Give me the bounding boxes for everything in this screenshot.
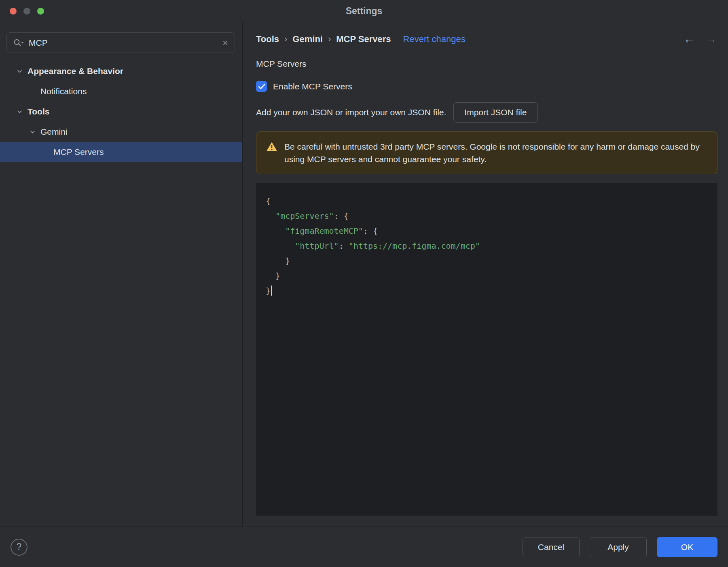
warning-banner: Be careful with untrusted 3rd party MCP … bbox=[256, 131, 717, 174]
code-line: "httpUrl": "https://mcp.figma.com/mcp" bbox=[266, 239, 708, 254]
breadcrumb-item[interactable]: Gemini bbox=[292, 34, 323, 44]
sidebar-item-label: Appearance & Behavior bbox=[28, 66, 123, 76]
sidebar-item-gemini[interactable]: Gemini bbox=[0, 122, 242, 142]
breadcrumb-item[interactable]: MCP Servers bbox=[336, 34, 391, 44]
settings-tree: Appearance & BehaviorNotificationsToolsG… bbox=[0, 61, 242, 162]
window-title: Settings bbox=[346, 6, 383, 17]
breadcrumb-item[interactable]: Tools bbox=[256, 34, 279, 44]
content-area: × Appearance & BehaviorNotificationsTool… bbox=[0, 22, 728, 527]
chevron-down-icon[interactable] bbox=[16, 68, 28, 75]
sidebar-item-mcp-servers[interactable]: MCP Servers bbox=[0, 142, 242, 162]
code-token bbox=[266, 211, 275, 221]
sidebar-item-notifications[interactable]: Notifications bbox=[0, 81, 242, 102]
warning-text: Be careful with untrusted 3rd party MCP … bbox=[284, 140, 707, 165]
code-token: } bbox=[266, 286, 271, 296]
code-token: "httpUrl" bbox=[295, 241, 339, 251]
code-token: "mcpServers" bbox=[275, 211, 334, 221]
code-token: : { bbox=[363, 226, 378, 236]
cancel-button[interactable]: Cancel bbox=[523, 537, 580, 557]
window-controls bbox=[10, 0, 44, 22]
sidebar-item-appearance-behavior[interactable]: Appearance & Behavior bbox=[0, 61, 242, 81]
enable-mcp-label: Enable MCP Servers bbox=[273, 82, 352, 91]
code-token bbox=[266, 241, 295, 251]
section-divider bbox=[314, 64, 717, 64]
footer-bar: ? Cancel Apply OK bbox=[0, 527, 728, 567]
sidebar-item-label: Notifications bbox=[40, 87, 87, 96]
code-token bbox=[266, 226, 285, 236]
revert-changes-link[interactable]: Revert changes bbox=[403, 34, 466, 44]
code-line: "figmaRemoteMCP": { bbox=[266, 224, 708, 239]
chevron-down-icon[interactable] bbox=[16, 108, 28, 115]
check-icon bbox=[258, 84, 265, 89]
minimize-button[interactable] bbox=[23, 8, 30, 15]
code-line: { bbox=[266, 194, 708, 209]
code-line: } bbox=[266, 269, 708, 284]
breadcrumb-row: Tools›Gemini›MCP Servers Revert changes … bbox=[256, 32, 717, 46]
code-token: : bbox=[339, 241, 349, 251]
settings-window: Settings × Appearance & BehaviorNotifica… bbox=[0, 0, 728, 567]
code-line: } bbox=[266, 254, 708, 269]
search-input[interactable] bbox=[29, 38, 218, 48]
breadcrumb-separator: › bbox=[284, 34, 287, 44]
section-title: MCP Servers bbox=[256, 59, 306, 69]
enable-mcp-row: Enable MCP Servers bbox=[256, 81, 717, 92]
code-token: { bbox=[266, 196, 271, 206]
sidebar-item-tools[interactable]: Tools bbox=[0, 102, 242, 122]
code-token: "https://mcp.figma.com/mcp" bbox=[349, 241, 480, 251]
sidebar-item-label: Tools bbox=[28, 107, 49, 116]
add-json-text: Add your own JSON or import your own JSO… bbox=[256, 108, 446, 117]
main-panel: Tools›Gemini›MCP Servers Revert changes … bbox=[243, 22, 728, 527]
apply-button[interactable]: Apply bbox=[590, 537, 647, 557]
add-json-row: Add your own JSON or import your own JSO… bbox=[256, 102, 717, 123]
back-icon[interactable]: ← bbox=[684, 34, 695, 45]
code-token: } bbox=[266, 271, 280, 281]
title-bar: Settings bbox=[0, 0, 728, 22]
code-token: } bbox=[266, 256, 290, 266]
chevron-down-icon[interactable] bbox=[29, 129, 40, 135]
breadcrumb: Tools›Gemini›MCP Servers bbox=[256, 34, 391, 44]
section-header: MCP Servers bbox=[256, 59, 717, 69]
settings-sidebar: × Appearance & BehaviorNotificationsTool… bbox=[0, 22, 243, 527]
clear-search-icon[interactable]: × bbox=[222, 38, 228, 48]
forward-icon[interactable]: → bbox=[705, 34, 717, 45]
sidebar-item-label: Gemini bbox=[40, 127, 68, 137]
zoom-button[interactable] bbox=[37, 8, 44, 15]
close-button[interactable] bbox=[10, 8, 17, 15]
footer-buttons: Cancel Apply OK bbox=[523, 537, 717, 557]
sidebar-item-label: MCP Servers bbox=[53, 147, 104, 157]
code-line: } bbox=[266, 284, 708, 298]
json-editor[interactable]: { "mcpServers": { "figmaRemoteMCP": { "h… bbox=[256, 183, 717, 516]
search-icon bbox=[13, 39, 24, 47]
search-field[interactable]: × bbox=[6, 32, 235, 53]
ok-button[interactable]: OK bbox=[657, 537, 717, 557]
code-token: : { bbox=[334, 211, 349, 221]
warning-icon bbox=[266, 142, 277, 153]
code-line: "mcpServers": { bbox=[266, 209, 708, 224]
history-nav: ← → bbox=[684, 32, 717, 46]
breadcrumb-separator: › bbox=[328, 34, 331, 44]
import-json-button[interactable]: Import JSON file bbox=[453, 102, 538, 123]
text-cursor bbox=[271, 286, 272, 296]
enable-mcp-checkbox[interactable] bbox=[256, 81, 267, 92]
code-token: "figmaRemoteMCP" bbox=[285, 226, 363, 236]
help-button[interactable]: ? bbox=[11, 539, 28, 556]
